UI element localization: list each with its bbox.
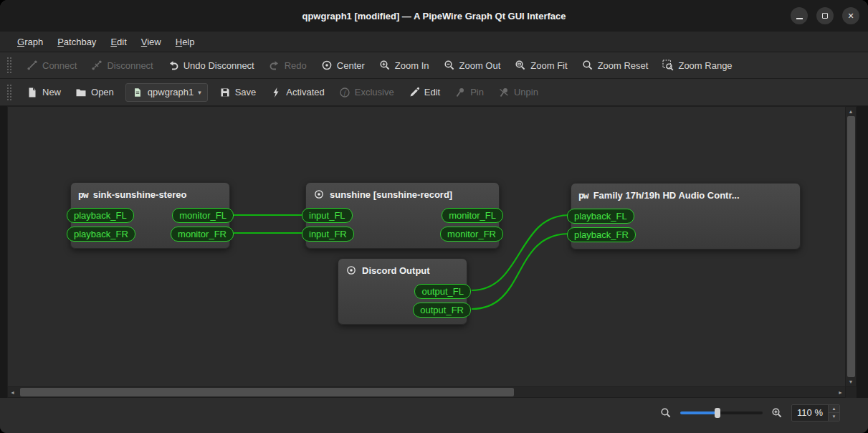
statusbar: 110 % ▲ ▼ [0,398,868,433]
vertical-scrollbar-thumb[interactable] [847,116,855,377]
spin-down-button[interactable]: ▼ [829,413,839,421]
window-title: qpwgraph1 [modified] — A PipeWire Graph … [302,11,566,22]
node-sink-sunshine-stereo[interactable]: pw sink-sunshine-stereo playback_FL moni… [70,182,230,249]
patchbay-selector-value: qpwgraph1 [148,87,194,97]
disconnect-button[interactable]: Disconnect [85,56,159,75]
new-file-icon [27,87,38,98]
center-icon [321,60,333,71]
pin-button[interactable]: Pin [448,83,490,102]
toolbar-drag-handle[interactable] [7,85,13,100]
zoom-value[interactable]: 110 % [792,405,828,421]
app-window: qpwgraph1 [modified] — A PipeWire Graph … [0,0,868,433]
pipewire-icon: pw [578,190,588,201]
port-output-fr[interactable]: output_FR [413,303,471,318]
port-row: playback_FR [567,226,804,243]
pipewire-icon: pw [78,189,88,200]
zoom-range-button[interactable]: Zoom Range [656,56,738,75]
port-row: playback_FL [567,207,804,224]
edit-label: Edit [424,87,440,97]
port-input-fr[interactable]: input_FR [302,227,354,242]
port-playback-fl[interactable]: playback_FL [67,208,134,223]
horizontal-scrollbar-thumb[interactable] [20,388,514,396]
spin-up-button[interactable]: ▲ [829,405,839,414]
activated-toggle[interactable]: Activated [264,83,330,102]
audio-node-icon [313,189,325,200]
zoom-spinbox[interactable]: 110 % ▲ ▼ [791,404,840,422]
menu-help[interactable]: Help [168,33,202,51]
scroll-down-icon[interactable]: ▼ [846,377,856,386]
window-controls: × [791,0,859,32]
spin-down-icon: ▼ [832,414,836,419]
redo-label: Redo [285,60,307,71]
menu-patchbay[interactable]: Patchbay [50,33,103,51]
scroll-right-icon[interactable]: ► [836,388,845,397]
zoom-in-status-icon[interactable] [771,406,783,419]
undo-icon [168,60,179,71]
menu-edit[interactable]: Edit [103,33,133,51]
horizontal-scrollbar[interactable]: ◄ ► [7,387,846,398]
port-row: playback_FL monitor_FL [67,206,234,224]
zoom-slider-handle[interactable] [715,408,720,418]
patchbay-selector[interactable]: qpwgraph1 ▾ [125,83,208,102]
node-family-hd-audio[interactable]: pw Family 17h/19h HD Audio Contr... play… [571,183,801,249]
zoom-range-label: Zoom Range [678,60,732,71]
new-button[interactable]: New [20,83,67,102]
port-output-fl[interactable]: output_FL [414,284,471,299]
node-header[interactable]: sunshine [sunshine-record] [306,183,499,204]
port-monitor-fl[interactable]: monitor_FL [442,208,503,223]
minimize-button[interactable] [791,7,808,24]
zoom-in-label: Zoom In [395,60,429,71]
unpin-button[interactable]: Unpin [492,83,545,102]
menu-view[interactable]: View [134,33,168,51]
port-playback-fl[interactable]: playback_FL [567,209,634,224]
node-header[interactable]: pw sink-sunshine-stereo [71,183,229,204]
connect-icon [27,60,38,71]
chevron-down-icon: ▾ [198,89,201,96]
zoom-slider-fill [680,411,717,414]
port-playback-fr[interactable]: playback_FR [67,227,135,242]
zoom-slider[interactable] [680,408,763,418]
scrollbar-corner [846,387,857,398]
toolbar-drag-handle[interactable] [7,57,13,73]
center-button[interactable]: Center [315,56,371,75]
save-button[interactable]: Save [213,83,263,102]
port-input-fl[interactable]: input_FL [302,208,353,223]
zoom-range-icon [662,60,674,71]
port-playback-fr[interactable]: playback_FR [567,227,636,242]
graph-canvas[interactable]: pw sink-sunshine-stereo playback_FL moni… [7,106,846,387]
edit-pencil-icon [409,87,420,98]
port-list: playback_FL monitor_FL playback_FR monit… [71,204,229,248]
port-row: input_FL monitor_FL [302,206,503,224]
vertical-scrollbar[interactable]: ▲ ▼ [846,106,857,387]
connect-label: Connect [42,60,77,71]
undo-disconnect-button[interactable]: Undo Disconnect [161,56,261,75]
node-discord-output[interactable]: Discord Output output_FL output_FR [338,258,467,325]
new-label: New [42,87,61,97]
port-monitor-fr[interactable]: monitor_FR [171,227,234,242]
titlebar[interactable]: qpwgraph1 [modified] — A PipeWire Graph … [0,0,868,32]
exclusive-toggle[interactable]: f Exclusive [333,83,401,102]
redo-button[interactable]: Redo [262,56,313,75]
zoom-fit-label: Zoom Fit [530,60,567,71]
open-button[interactable]: Open [69,83,120,102]
redo-icon [269,60,280,71]
scroll-left-icon[interactable]: ◄ [8,388,17,397]
node-header[interactable]: pw Family 17h/19h HD Audio Contr... [571,184,800,205]
pin-icon [454,87,466,98]
edit-button[interactable]: Edit [402,83,447,102]
node-sunshine-record[interactable]: sunshine [sunshine-record] input_FL moni… [305,182,500,249]
connect-button[interactable]: Connect [20,56,83,75]
patchbay-toolbar: New Open qpwgraph1 ▾ Save Activate [0,79,868,106]
zoom-fit-button[interactable]: Zoom Fit [508,56,573,75]
port-monitor-fl[interactable]: monitor_FL [172,208,234,223]
zoom-out-button[interactable]: Zoom Out [437,56,507,75]
maximize-button[interactable] [816,7,834,24]
close-button[interactable]: × [842,7,859,24]
scroll-up-icon[interactable]: ▲ [846,107,856,116]
menu-graph[interactable]: Graph [10,33,50,51]
zoom-in-button[interactable]: Zoom In [373,56,436,75]
zoom-reset-button[interactable]: Zoom Reset [576,56,655,75]
port-row: playback_FR monitor_FR [67,225,234,242]
node-header[interactable]: Discord Output [338,259,467,280]
port-monitor-fr[interactable]: monitor_FR [440,227,503,242]
